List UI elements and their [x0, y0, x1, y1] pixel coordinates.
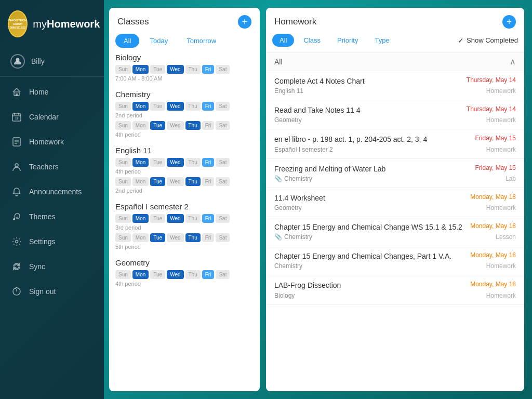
- hw-type-5: Lesson: [496, 233, 516, 241]
- homework-icon: [10, 136, 23, 148]
- homework-add-button[interactable]: +: [502, 15, 516, 29]
- class-name-english11: English 11: [115, 146, 254, 155]
- hw-date-3: Friday, May 15: [475, 164, 516, 171]
- sync-icon: [10, 260, 23, 273]
- svg-rect-2: [16, 94, 18, 96]
- svg-point-15: [16, 241, 18, 243]
- hw-title-7: LAB-Frog Dissection: [274, 281, 470, 290]
- checkmark-icon: ✓: [458, 36, 464, 45]
- hw-class-1: Geometry: [274, 116, 302, 124]
- hw-type-2: Homework: [486, 146, 516, 153]
- classes-tab-today[interactable]: Today: [141, 34, 176, 48]
- person-icon: [10, 54, 25, 69]
- all-dropdown-row[interactable]: All ∧: [266, 52, 524, 71]
- classes-panel: Classes + All Today Tomorrow Biology Sun…: [109, 8, 260, 391]
- calendar-icon: 18: [10, 111, 23, 123]
- hw-item-3: Freezing and Melting of Water Lab Friday…: [266, 159, 524, 188]
- sidebar-item-settings-label: Settings: [29, 237, 56, 246]
- sidebar-item-teachers-label: Teachers: [29, 163, 59, 171]
- classes-tab-tomorrow[interactable]: Tomorrow: [178, 34, 224, 48]
- hw-title-3: Freezing and Melting of Water Lab: [274, 164, 475, 174]
- sidebar-item-homework[interactable]: Homework: [0, 129, 104, 154]
- hw-date-1: Thursday, May 14: [467, 105, 516, 113]
- hw-item-0: Complete Act 4 Notes Chart Thursday, May…: [266, 71, 524, 100]
- hw-date-2: Friday, May 15: [475, 135, 516, 142]
- hw-date-7: Monday, May 18: [470, 281, 516, 288]
- hw-type-4: Homework: [486, 204, 516, 211]
- all-dropdown-label: All: [274, 58, 283, 66]
- hw-tab-class[interactable]: Class: [296, 34, 328, 47]
- homework-scroll[interactable]: Complete Act 4 Notes Chart Thursday, May…: [266, 71, 524, 391]
- hw-tab-priority[interactable]: Priority: [330, 34, 365, 47]
- espanol-day-row-2: Sun Mon Tue Wed Thu Fri Sat: [115, 233, 254, 242]
- class-item-biology: Biology Sun Mon Tue Wed Thu Fri Sat 7:00…: [115, 53, 254, 82]
- hw-class-0: English 11: [274, 87, 303, 95]
- logo: NAGOTECH GROUP 0999.531.532: [8, 10, 28, 37]
- hw-item-2: en el libro - p. 198 act. 1, p. 204-205 …: [266, 129, 524, 158]
- sidebar-item-signout-label: Sign out: [29, 287, 56, 296]
- english-period-2: 2nd period: [115, 188, 254, 194]
- sidebar-user-label: Billy: [31, 57, 45, 65]
- sidebar-item-calendar[interactable]: 18 Calendar: [0, 104, 104, 129]
- classes-add-button[interactable]: +: [238, 15, 251, 29]
- brush-icon: [10, 210, 23, 223]
- hw-type-0: Homework: [486, 87, 516, 95]
- chemistry-period-1: 2nd period: [115, 112, 254, 118]
- chemistry-period-2: 4th period: [115, 131, 254, 138]
- hw-date-0: Thursday, May 14: [467, 76, 516, 84]
- sidebar-item-home-label: Home: [29, 88, 48, 96]
- hw-tab-all[interactable]: All: [272, 34, 294, 47]
- settings-icon: [10, 235, 23, 248]
- classes-scroll[interactable]: Biology Sun Mon Tue Wed Thu Fri Sat 7:00…: [109, 53, 260, 391]
- hw-date-4: Monday, May 18: [470, 193, 516, 201]
- teachers-icon: T: [10, 161, 23, 173]
- attach-icon-3: 📎: [274, 175, 282, 182]
- hw-class-5: 📎 Chemistry: [274, 233, 312, 241]
- sidebar-item-signout[interactable]: Sign out: [0, 279, 104, 304]
- hw-item-4: 11.4 Worksheet Monday, May 18 Geometry H…: [266, 188, 524, 217]
- chemistry-day-row-1: Sun Mon Tue Wed Thu Fri Sat: [115, 102, 254, 111]
- sidebar-item-teachers[interactable]: T Teachers: [0, 154, 104, 179]
- class-name-espanol: Español I semester 2: [115, 202, 254, 211]
- sidebar-item-themes-label: Themes: [29, 212, 56, 221]
- espanol-period-2: 5th period: [115, 244, 254, 250]
- chevron-up-icon: ∧: [510, 57, 516, 66]
- english-day-row-2: Sun Mon Tue Wed Thu Fri Sat: [115, 177, 254, 186]
- geometry-period-1: 4th period: [115, 281, 254, 287]
- signout-icon: [10, 285, 23, 298]
- hw-title-2: en el libro - p. 198 act. 1, p. 204-205 …: [274, 135, 475, 144]
- hw-title-0: Complete Act 4 Notes Chart: [274, 76, 467, 86]
- hw-item-1: Read and Take Notes 11 4 Thursday, May 1…: [266, 100, 524, 129]
- classes-tab-all[interactable]: All: [115, 34, 139, 48]
- hw-item-7: LAB-Frog Dissection Monday, May 18 Biolo…: [266, 275, 524, 304]
- hw-title-1: Read and Take Notes 11 4: [274, 105, 467, 115]
- hw-tab-type[interactable]: Type: [367, 34, 396, 47]
- hw-class-2: Español I semester 2: [274, 146, 333, 153]
- sidebar-item-sync-label: Sync: [29, 262, 45, 271]
- class-item-espanol: Español I semester 2 Sun Mon Tue Wed Thu…: [115, 202, 254, 250]
- class-name-biology: Biology: [115, 53, 254, 62]
- hw-type-6: Homework: [486, 262, 516, 270]
- logo-area: NAGOTECH GROUP 0999.531.532 myHomework: [0, 5, 104, 48]
- sidebar-item-settings[interactable]: Settings: [0, 229, 104, 254]
- sidebar-item-sync[interactable]: Sync: [0, 254, 104, 279]
- svg-text:T: T: [14, 166, 16, 169]
- geometry-day-row-1: Sun Mon Tue Wed Thu Fri Sat: [115, 270, 254, 279]
- biology-day-row: Sun Mon Tue Wed Thu Fri Sat: [115, 65, 254, 74]
- sidebar-item-announcements[interactable]: Announcements: [0, 179, 104, 204]
- sidebar-item-home[interactable]: Home: [0, 79, 104, 104]
- class-item-chemistry: Chemistry Sun Mon Tue Wed Thu Fri Sat 2n…: [115, 90, 254, 138]
- classes-filter-tabs: All Today Tomorrow: [109, 34, 260, 53]
- attach-icon-5: 📎: [274, 233, 282, 241]
- app-title: myHomework: [33, 18, 100, 30]
- hw-date-5: Monday, May 18: [470, 222, 516, 230]
- sidebar-item-themes[interactable]: Themes: [0, 204, 104, 229]
- english-day-row-1: Sun Mon Tue Wed Thu Fri Sat: [115, 158, 254, 167]
- show-completed-toggle[interactable]: ✓ Show Completed: [458, 36, 518, 45]
- sidebar-item-homework-label: Homework: [29, 138, 64, 146]
- sidebar-item-user[interactable]: Billy: [0, 48, 104, 77]
- homework-panel-header: Homework +: [266, 8, 524, 34]
- bell-icon: [10, 185, 23, 198]
- sidebar: NAGOTECH GROUP 0999.531.532 myHomework B…: [0, 0, 104, 399]
- sidebar-nav: Billy Home 18 C: [0, 48, 104, 399]
